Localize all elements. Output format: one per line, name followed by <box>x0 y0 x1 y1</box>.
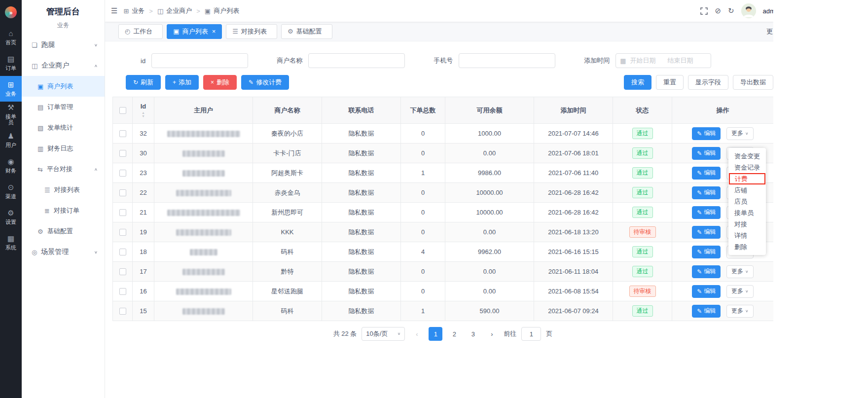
row-checkbox[interactable] <box>119 308 126 315</box>
rail-item[interactable]: ♟ 用户 <box>0 127 22 153</box>
edit-button[interactable]: ✎编辑 <box>692 167 721 180</box>
refresh-icon[interactable]: ↻ <box>728 6 734 15</box>
date-range-picker[interactable]: ▦ 开始日期 结束日期 <box>615 53 711 68</box>
tab[interactable]: ☰ 对接列表 <box>226 24 277 39</box>
lock-icon[interactable]: ⊘ <box>715 6 721 15</box>
row-checkbox[interactable] <box>119 209 126 216</box>
app-logo[interactable]: » <box>0 0 22 25</box>
menu-item[interactable]: 店铺 <box>728 184 766 196</box>
goto-page-input[interactable] <box>521 327 541 341</box>
sidebar-item[interactable]: ◫ 企业商户 ∧ <box>22 55 105 76</box>
action-button[interactable]: ✎修改计费 <box>241 75 289 90</box>
user-avatar[interactable] <box>741 3 756 18</box>
edit-button[interactable]: ✎编辑 <box>692 206 721 219</box>
edit-button[interactable]: ✎编辑 <box>692 246 721 258</box>
cell-select <box>113 222 133 242</box>
rail-item[interactable]: ▤ 订单 <box>0 50 22 76</box>
sidebar-item[interactable]: ▥ 财务日志 <box>22 138 105 159</box>
next-page-button[interactable]: › <box>485 327 499 341</box>
cell-select <box>113 262 133 282</box>
edit-button[interactable]: ✎编辑 <box>692 285 721 298</box>
more-button[interactable]: 更多∨ <box>726 305 754 318</box>
sidebar-item[interactable]: ▧ 发单统计 <box>22 117 105 138</box>
action-button[interactable]: 搜索 <box>624 75 651 90</box>
tabs-more-button[interactable]: 更多 <box>766 27 773 36</box>
row-checkbox[interactable] <box>119 288 126 295</box>
merchant-name-input[interactable] <box>308 53 405 68</box>
breadcrumb-item[interactable]: 业务 <box>132 6 145 15</box>
row-checkbox[interactable] <box>119 150 126 157</box>
edit-button[interactable]: ✎编辑 <box>692 127 721 140</box>
sidebar-item[interactable]: ≣ 对接订单 <box>22 200 105 221</box>
row-checkbox[interactable] <box>119 170 126 177</box>
cell-main-user <box>154 262 253 282</box>
menu-item[interactable]: 资金记录 <box>728 162 766 173</box>
sidebar-collapse-icon[interactable]: ☰ <box>111 6 117 15</box>
row-checkbox[interactable] <box>119 130 126 137</box>
rail-item[interactable]: ⊙ 渠道 <box>0 179 22 204</box>
rail-item[interactable]: ⚙ 设置 <box>0 204 22 230</box>
menu-item[interactable]: 计费 <box>729 173 765 184</box>
page-number-button[interactable]: 1 <box>429 327 442 341</box>
cell-created-time: 2021-06-08 15:54 <box>534 282 613 301</box>
username-label[interactable]: admin <box>763 7 773 15</box>
row-checkbox[interactable] <box>119 249 126 255</box>
sort-icons[interactable]: ▲ ▼ <box>142 111 145 118</box>
menu-item[interactable]: 店员 <box>728 196 766 207</box>
rail-item[interactable]: ⌂ 首页 <box>0 25 22 50</box>
phone-input[interactable] <box>459 53 555 68</box>
select-all-checkbox[interactable] <box>119 107 126 114</box>
tab-close-icon[interactable]: × <box>212 28 216 35</box>
id-input[interactable] <box>151 53 248 68</box>
row-checkbox[interactable] <box>119 268 126 275</box>
page-size-select[interactable]: 10条/页 ∨ <box>362 327 405 341</box>
rail-item[interactable]: ⚒ 接单员 <box>0 102 22 127</box>
rail-item[interactable]: ▦ 系统 <box>0 230 22 255</box>
fullscreen-icon[interactable] <box>700 7 708 15</box>
more-button[interactable]: 更多∨ <box>726 265 754 278</box>
tab[interactable]: ◴ 工作台 <box>118 24 163 39</box>
row-checkbox[interactable] <box>119 229 126 236</box>
menu-item[interactable]: 资金变更 <box>728 150 766 162</box>
sort-desc-icon[interactable]: ▼ <box>142 115 145 118</box>
sidebar-item[interactable]: ☰ 对接列表 <box>22 180 105 200</box>
more-button[interactable]: 更多∨ <box>726 285 754 298</box>
cell-main-user <box>154 144 253 163</box>
breadcrumb-item[interactable]: 商户列表 <box>214 6 239 15</box>
edit-button[interactable]: ✎编辑 <box>692 226 721 239</box>
menu-item[interactable]: 详情 <box>728 230 766 241</box>
prev-page-button[interactable]: ‹ <box>410 327 424 341</box>
cell-select <box>113 144 133 163</box>
menu-item[interactable]: 删除 <box>728 241 766 253</box>
sidebar-item[interactable]: ❏ 跑腿 ∨ <box>22 35 105 55</box>
page-number-button[interactable]: 2 <box>447 327 461 341</box>
column-header-id[interactable]: Id ▲ ▼ <box>133 97 154 124</box>
action-button[interactable]: ↻刷新 <box>126 75 161 90</box>
tab[interactable]: ⚙ 基础配置 <box>281 24 332 39</box>
menu-item[interactable]: 对接 <box>728 218 766 230</box>
action-button[interactable]: 显示字段 <box>688 75 728 90</box>
rail-item[interactable]: ⊞ 业务 <box>0 76 22 102</box>
sidebar-item[interactable]: ▣ 商户列表 <box>22 76 105 97</box>
action-button[interactable]: 重置 <box>656 75 684 90</box>
edit-button[interactable]: ✎编辑 <box>692 265 721 278</box>
rail-item[interactable]: ◉ 财务 <box>0 153 22 179</box>
action-button[interactable]: 导出数据 <box>733 75 773 90</box>
edit-button[interactable]: ✎编辑 <box>692 186 721 199</box>
menu-item[interactable]: 接单员 <box>728 207 766 218</box>
row-checkbox[interactable] <box>119 189 126 196</box>
breadcrumb-item[interactable]: 企业商户 <box>166 6 192 15</box>
sidebar-item[interactable]: ⇆ 平台对接 ∧ <box>22 159 105 180</box>
page-number-button[interactable]: 3 <box>466 327 480 341</box>
tab[interactable]: ▣ 商户列表 × <box>167 24 222 39</box>
button-label: 修改计费 <box>256 78 282 87</box>
edit-button[interactable]: ✎编辑 <box>692 305 721 318</box>
cell-balance: 590.00 <box>445 301 534 321</box>
sidebar-item[interactable]: ⚙ 基础配置 <box>22 221 105 242</box>
sidebar-item[interactable]: ▤ 订单管理 <box>22 97 105 117</box>
more-button[interactable]: 更多∨ <box>726 127 754 140</box>
sidebar-item[interactable]: ◎ 场景管理 ∨ <box>22 242 105 262</box>
action-button[interactable]: ×删除 <box>203 75 237 90</box>
action-button[interactable]: +添加 <box>165 75 199 90</box>
edit-button[interactable]: ✎编辑 <box>692 147 721 160</box>
